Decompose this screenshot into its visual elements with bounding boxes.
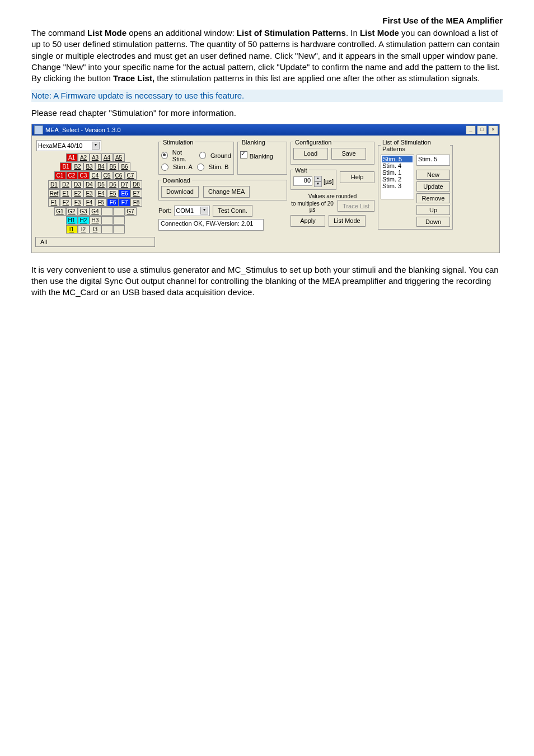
list-mode-button[interactable]: List Mode [329, 215, 366, 227]
el-D7[interactable]: D7 [119, 180, 130, 189]
el-A5[interactable]: A5 [113, 153, 125, 162]
titlebar[interactable]: MEA_Select - Version 1.3.0 _ □ × [32, 124, 499, 136]
el-F5[interactable]: F5 [95, 198, 107, 207]
el-B1[interactable]: B1 [60, 162, 72, 171]
el-G7[interactable]: G7 [125, 207, 137, 216]
el-F2[interactable]: F2 [60, 198, 72, 207]
mea-select[interactable]: HexaMEA 40/10 ▾ [36, 140, 101, 151]
el-E6[interactable]: E6 [119, 189, 130, 198]
change-mea-button[interactable]: Change MEA [203, 186, 250, 198]
radio-stimA[interactable] [161, 164, 168, 171]
el-G3[interactable]: G3 [78, 207, 90, 216]
radio-stimB[interactable] [197, 164, 204, 171]
el-H3[interactable]: H3 [90, 216, 101, 225]
spin-down-icon[interactable]: ▼ [314, 181, 322, 187]
el-F6[interactable]: F6 [107, 198, 119, 207]
el-B6[interactable]: B6 [119, 162, 130, 171]
el-H1[interactable]: H1 [66, 216, 78, 225]
el-C7[interactable]: C7 [125, 171, 137, 180]
el-E3[interactable]: E3 [83, 189, 95, 198]
el-B3[interactable]: B3 [83, 162, 95, 171]
list-item[interactable]: Stim. 2 [382, 176, 413, 183]
update-button[interactable]: Update [416, 181, 450, 192]
trace-list-button[interactable]: Trace List [338, 200, 374, 212]
chevron-down-icon[interactable]: ▾ [200, 207, 208, 214]
el-E5[interactable]: E5 [107, 189, 119, 198]
spin-up-icon[interactable]: ▲ [314, 176, 322, 181]
el-E7[interactable]: E7 [130, 189, 142, 198]
down-button[interactable]: Down [416, 217, 450, 227]
save-button[interactable]: Save [331, 148, 366, 160]
el-A1[interactable]: A1 [66, 153, 78, 162]
el-blank6[interactable] [113, 225, 125, 234]
remove-button[interactable]: Remove [416, 193, 450, 203]
pattern-name-input[interactable]: Stim. 5 [416, 155, 450, 166]
el-H2[interactable]: H2 [78, 216, 90, 225]
el-blank1[interactable] [101, 207, 113, 216]
el-F3[interactable]: F3 [72, 198, 83, 207]
el-F4[interactable]: F4 [83, 198, 95, 207]
el-F8[interactable]: F8 [130, 198, 142, 207]
el-C6[interactable]: C6 [113, 171, 125, 180]
el-I1[interactable]: I1 [66, 225, 78, 234]
el-D8[interactable]: D8 [130, 180, 142, 189]
blanking-checkbox[interactable] [240, 151, 247, 158]
chevron-down-icon[interactable]: ▾ [92, 142, 100, 150]
wait-input[interactable]: 80 [293, 176, 312, 186]
load-button[interactable]: Load [293, 148, 328, 160]
el-C1[interactable]: C1 [54, 171, 66, 180]
el-D2[interactable]: D2 [60, 180, 72, 189]
el-C2[interactable]: C2 [66, 171, 78, 180]
new-button[interactable]: New [416, 170, 450, 180]
el-I2[interactable]: I2 [78, 225, 90, 234]
el-B5[interactable]: B5 [107, 162, 119, 171]
apply-button[interactable]: Apply [291, 215, 325, 227]
el-B2[interactable]: B2 [72, 162, 83, 171]
radio-ground[interactable] [199, 152, 206, 159]
bold: List of Stimulation Patterns [237, 28, 346, 38]
el-A2[interactable]: A2 [78, 153, 90, 162]
el-C3[interactable]: C3 [78, 171, 90, 180]
maximize-button[interactable]: □ [477, 125, 487, 134]
el-I3[interactable]: I3 [90, 225, 101, 234]
close-button[interactable]: × [488, 125, 498, 134]
help-button[interactable]: Help [340, 171, 374, 183]
el-C4[interactable]: C4 [90, 171, 101, 180]
el-A4[interactable]: A4 [101, 153, 113, 162]
el-blank4[interactable] [113, 216, 125, 225]
el-E2[interactable]: E2 [72, 189, 83, 198]
el-blank5[interactable] [101, 225, 113, 234]
patterns-listbox[interactable]: Stim. 5 Stim. 4 Stim. 1 Stim. 2 Stim. 3 [381, 155, 414, 199]
el-D1[interactable]: D1 [48, 180, 60, 189]
list-item[interactable]: Stim. 3 [382, 183, 413, 189]
all-button[interactable]: All [35, 237, 155, 247]
radio-notstim[interactable] [161, 152, 168, 159]
el-D5[interactable]: D5 [95, 180, 107, 189]
el-G2[interactable]: G2 [66, 207, 78, 216]
list-item[interactable]: Stim. 5 [382, 156, 413, 162]
el-Ref[interactable]: Ref [48, 189, 60, 198]
patterns-legend: List of Stimulation Patterns [381, 139, 450, 152]
el-D4[interactable]: D4 [83, 180, 95, 189]
minimize-button[interactable]: _ [466, 125, 476, 134]
test-conn-button[interactable]: Test Conn. [213, 205, 252, 217]
el-E1[interactable]: E1 [60, 189, 72, 198]
el-blank3[interactable] [101, 216, 113, 225]
text: opens an additional window: [127, 28, 237, 38]
el-C5[interactable]: C5 [101, 171, 113, 180]
el-G1[interactable]: G1 [54, 207, 66, 216]
list-item[interactable]: Stim. 1 [382, 169, 413, 176]
up-button[interactable]: Up [416, 205, 450, 215]
el-B4[interactable]: B4 [95, 162, 107, 171]
port-combo[interactable]: COM1 ▾ [174, 206, 210, 216]
el-F1[interactable]: F1 [48, 198, 60, 207]
el-D6[interactable]: D6 [107, 180, 119, 189]
el-G4[interactable]: G4 [90, 207, 101, 216]
el-A3[interactable]: A3 [90, 153, 101, 162]
el-D3[interactable]: D3 [72, 180, 83, 189]
download-button[interactable]: Download [161, 186, 199, 198]
el-F7[interactable]: F7 [119, 198, 130, 207]
el-blank2[interactable] [113, 207, 125, 216]
list-item[interactable]: Stim. 4 [382, 162, 413, 169]
el-E4[interactable]: E4 [95, 189, 107, 198]
